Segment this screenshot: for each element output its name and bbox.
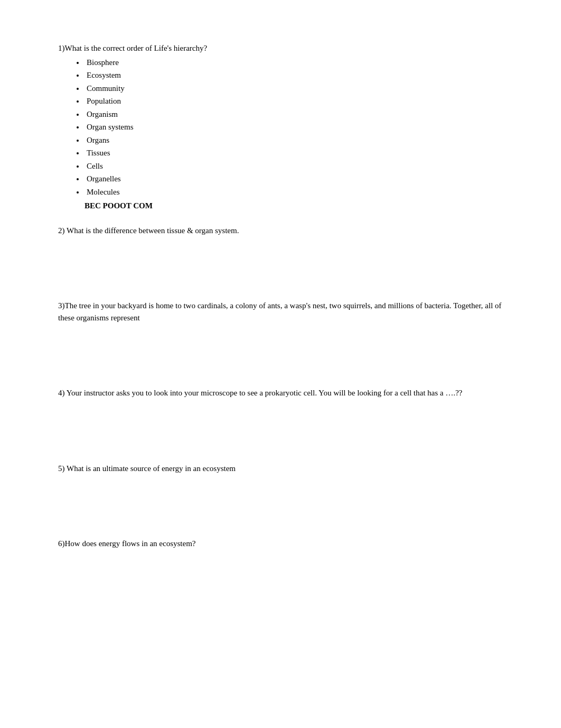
question-5: 5) What is an ultimate source of energy … [58, 463, 503, 475]
question-1: 1)What is the correct order of Life's hi… [58, 42, 503, 212]
list-item: Cells [85, 160, 503, 172]
list-item: Biosphere [85, 57, 503, 69]
list-item: Organism [85, 108, 503, 121]
question-2: 2) What is the difference between tissue… [58, 225, 503, 237]
question-2-text: 2) What is the difference between tissue… [58, 225, 503, 237]
question-3-text: 3)The tree in your backyard is home to t… [58, 300, 503, 324]
question-3: 3)The tree in your backyard is home to t… [58, 300, 503, 324]
list-item: Ecosystem [85, 69, 503, 81]
question-4: 4) Your instructor asks you to look into… [58, 387, 503, 399]
list-item: Molecules [85, 186, 503, 198]
list-item: Community [85, 82, 503, 95]
list-item: Population [85, 95, 503, 107]
list-item: Organelles [85, 173, 503, 185]
page-content: 1)What is the correct order of Life's hi… [58, 42, 503, 550]
question-1-text: 1)What is the correct order of Life's hi… [58, 42, 503, 54]
question-4-text: 4) Your instructor asks you to look into… [58, 387, 503, 399]
question-1-list: Biosphere Ecosystem Community Population… [58, 57, 503, 198]
mnemonic-text: BEC POOOT COM [58, 200, 503, 212]
question-6-text: 6)How does energy flows in an ecosystem? [58, 538, 503, 550]
list-item: Organ systems [85, 121, 503, 133]
question-5-text: 5) What is an ultimate source of energy … [58, 463, 503, 475]
list-item: Organs [85, 134, 503, 146]
list-item: Tissues [85, 147, 503, 159]
question-6: 6)How does energy flows in an ecosystem? [58, 538, 503, 550]
